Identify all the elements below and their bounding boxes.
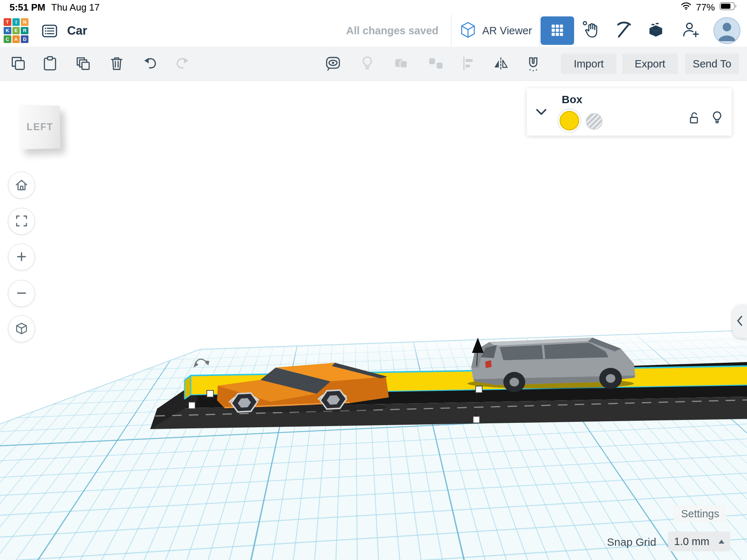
list-icon [41,23,58,40]
snap-grid-label: Snap Grid [607,536,656,548]
tinkercad-app: 5:51 PM Thu Aug 17 77% T I [0,0,747,560]
zoom-out-button[interactable] [8,280,35,307]
battery-icon [719,1,738,13]
status-bar: 5:51 PM Thu Aug 17 77% [0,0,747,15]
lock-button[interactable] [684,109,701,127]
logo-tile: R [21,27,28,35]
ar-viewer-button[interactable]: AR Viewer [451,15,540,47]
send-to-button[interactable]: Send To [685,54,739,74]
undo-button[interactable] [140,54,160,74]
snap-grid-dropdown[interactable]: 1.0 mm [668,532,730,551]
home-view-button[interactable] [8,172,35,199]
shapes-grid-button[interactable] [541,16,574,45]
export-button[interactable]: Export [622,54,678,74]
3d-viewport[interactable] [0,81,747,560]
ungroup-icon [427,55,445,73]
tinkercad-logo[interactable]: T I N K E R C A D [4,18,28,43]
chevron-left-icon [736,314,743,330]
logo-tile: I [12,18,20,26]
ungroup-button[interactable] [426,54,446,74]
group-icon [392,55,410,73]
pickaxe-button[interactable] [612,19,635,42]
person-icon [715,18,739,43]
settings-button[interactable]: Settings [674,505,727,522]
snap-grid-value: 1.0 mm [674,536,709,548]
logo-tile: D [21,35,28,43]
open-shapes-panel-tab[interactable] [732,305,747,338]
align-icon [460,55,477,73]
logo-tile: A [12,35,20,43]
color-swatch[interactable] [560,111,579,131]
paste-button[interactable] [40,54,60,74]
delete-button[interactable] [107,54,127,74]
date: Thu Aug 17 [51,2,100,13]
avatar[interactable] [713,17,740,44]
duplicate-icon [74,55,92,73]
wifi-icon [681,1,692,13]
zoom-in-button[interactable] [8,244,35,271]
logo-tile: K [4,27,11,35]
copy-icon [9,55,27,73]
workplane-magnet-button[interactable] [523,54,543,74]
home-icon [14,177,29,194]
collapse-panel-button[interactable] [532,104,548,120]
grid-icon [550,23,564,38]
brick-button[interactable] [644,19,667,42]
toolbar: Import Export Send To [0,47,747,81]
fit-view-icon [14,213,29,230]
bulb-icon [359,55,376,73]
horizon-fade [0,327,747,367]
add-user-button[interactable] [679,19,703,42]
design-menu-button[interactable] [40,23,59,39]
shape-name: Box [562,93,582,106]
workplane-grid [0,0,747,560]
trash-icon [108,55,125,73]
logo-tile: N [21,18,28,26]
pickaxe-icon [613,20,634,42]
fit-view-button[interactable] [8,208,35,235]
hand-tool-button[interactable] [580,19,603,42]
hand-icon [581,20,602,42]
import-button[interactable]: Import [561,54,616,74]
battery-percent: 77% [696,2,715,13]
triangle-up-icon [719,540,724,544]
transparent-swatch[interactable] [586,113,603,130]
app-header: T I N K E R C A D Car All changes saved [0,15,747,47]
redo-button[interactable] [172,54,193,74]
plus-icon [14,249,29,265]
hide-button[interactable] [707,109,724,127]
mirror-button[interactable] [491,54,511,74]
paste-icon [41,55,59,73]
chevron-down-icon [534,115,549,120]
copy-button[interactable] [8,54,28,74]
eye-bubble-icon [324,55,342,73]
unlock-icon [686,121,702,127]
workplane[interactable] [0,0,747,560]
shape-inspector: Box [527,88,732,136]
mirror-icon [492,55,510,73]
perspective-toggle-button[interactable] [8,315,35,342]
logo-tile: E [12,27,20,35]
clock: 5:51 PM [9,2,45,13]
save-status: All changes saved [346,15,438,47]
logo-tile: T [4,18,11,26]
group-button[interactable] [391,54,411,74]
ar-cube-icon [459,21,477,40]
view-cube-face[interactable]: LEFT [19,105,61,149]
bulb-icon [709,121,725,127]
show-all-button[interactable] [323,54,343,74]
design-title[interactable]: Car [67,15,87,47]
view-cube[interactable]: LEFT [19,105,61,149]
magnet-icon [525,55,542,73]
ar-viewer-label: AR Viewer [482,25,532,37]
align-button[interactable] [458,54,479,74]
duplicate-button[interactable] [73,54,93,74]
undo-icon [142,55,159,73]
cube-icon [14,321,29,337]
logo-tile: C [4,35,11,43]
person-add-icon [680,20,701,42]
redo-icon [174,55,191,73]
brick-icon [645,20,666,42]
light-button[interactable] [357,54,378,74]
minus-icon [14,285,29,302]
